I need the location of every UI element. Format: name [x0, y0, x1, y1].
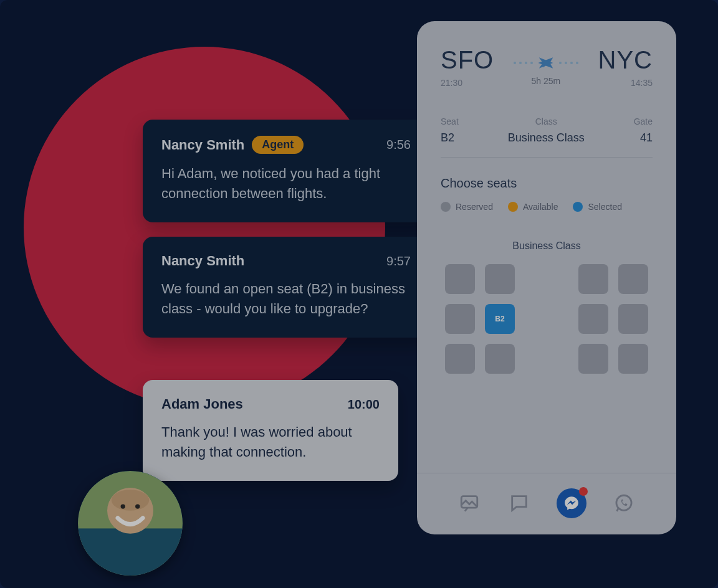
cabin-label: Business Class	[441, 240, 653, 252]
class-value: Business Class	[508, 131, 585, 145]
legend-available: Available	[523, 202, 558, 212]
seat-selected[interactable]: B2	[485, 304, 515, 334]
seat[interactable]	[485, 344, 515, 374]
svg-point-5	[121, 504, 125, 508]
selected-swatch	[573, 202, 583, 212]
flight-duration: 5h 25m	[494, 76, 598, 86]
seat[interactable]	[618, 264, 648, 294]
boarding-pass-panel: SFO 21:30 5h 25m NYC 14:35 Seat B2 Class…	[417, 21, 676, 534]
dest-time: 14:35	[598, 78, 653, 88]
sender-name: Nancy Smith	[161, 253, 244, 269]
sender-name: Adam Jones	[161, 396, 243, 412]
seat[interactable]	[445, 304, 475, 334]
message-time: 10:00	[348, 397, 380, 412]
decorative-circle	[24, 47, 385, 408]
whatsapp-channel-icon[interactable]	[611, 491, 636, 516]
seat[interactable]	[578, 344, 608, 374]
svg-rect-2	[78, 528, 183, 576]
message-body: We found an open seat (B2) in business c…	[161, 279, 411, 319]
available-swatch	[508, 202, 518, 212]
svg-point-4	[112, 490, 149, 511]
origin-time: 21:30	[441, 78, 494, 88]
sender-name: Nancy Smith	[161, 137, 244, 153]
seat[interactable]	[445, 344, 475, 374]
message-time: 9:57	[386, 254, 411, 268]
seat-legend: Reserved Available Selected	[441, 202, 653, 212]
class-label: Class	[508, 116, 585, 126]
gate-label: Gate	[634, 116, 653, 126]
choose-seats-title: Choose seats	[441, 176, 653, 191]
plane-icon	[537, 54, 555, 72]
flight-info-row: Seat B2 Class Business Class Gate 41	[441, 116, 653, 158]
seat[interactable]	[485, 264, 515, 294]
seat[interactable]	[578, 264, 608, 294]
legend-selected: Selected	[588, 202, 621, 212]
messenger-channel-icon[interactable]	[557, 488, 586, 518]
agent-message-1: Nancy Smith Agent 9:56 Hi Adam, we notic…	[143, 120, 429, 222]
origin-code: SFO	[441, 46, 494, 74]
seat-label: Seat	[441, 116, 459, 126]
channel-bar	[417, 473, 676, 518]
customer-avatar	[78, 471, 183, 576]
dest-code: NYC	[598, 46, 653, 74]
agent-message-2: Nancy Smith 9:57 We found an open seat (…	[143, 237, 429, 338]
agent-badge: Agent	[252, 136, 304, 154]
notification-dot	[579, 487, 588, 496]
seat-value: B2	[441, 131, 459, 145]
seat[interactable]	[618, 344, 648, 374]
chat-channel-icon[interactable]	[507, 491, 532, 516]
mms-channel-icon[interactable]	[457, 491, 482, 516]
flight-route: SFO 21:30 5h 25m NYC 14:35	[441, 46, 653, 88]
legend-reserved: Reserved	[456, 202, 493, 212]
aisle	[525, 304, 568, 334]
seat[interactable]	[578, 304, 608, 334]
seat[interactable]	[618, 304, 648, 334]
seat[interactable]	[445, 264, 475, 294]
reserved-swatch	[441, 202, 451, 212]
seat-map: B2	[441, 264, 653, 374]
message-body: Thank you! I was worried about making th…	[161, 422, 380, 462]
svg-point-6	[135, 504, 140, 508]
message-body: Hi Adam, we noticed you had a tight conn…	[161, 164, 411, 204]
aisle	[525, 264, 568, 294]
customer-message: Adam Jones 10:00 Thank you! I was worrie…	[143, 380, 398, 481]
message-time: 9:56	[386, 138, 411, 152]
gate-value: 41	[634, 131, 653, 145]
aisle	[525, 344, 568, 374]
